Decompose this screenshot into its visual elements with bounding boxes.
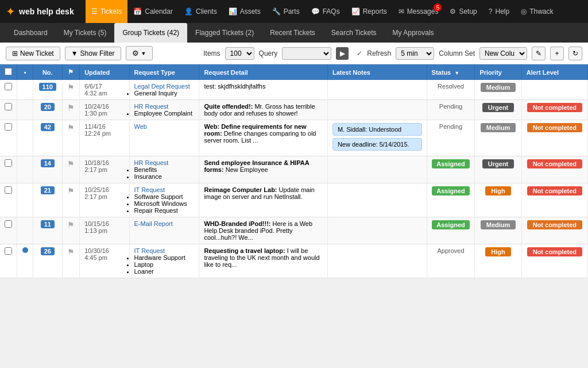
- nav-item-setup[interactable]: ⚙ Setup: [444, 0, 482, 23]
- tickets-table-container: • No. ⚑ Updated Request Type Request Det…: [0, 64, 588, 278]
- nav-item-faqs[interactable]: 💬 FAQs: [305, 0, 346, 23]
- ticket-number-badge[interactable]: 20: [41, 103, 55, 111]
- nav-item-calendar[interactable]: 📅 Calendar: [127, 0, 179, 23]
- priority-badge: Urgent: [482, 159, 514, 168]
- ticket-number-badge[interactable]: 14: [41, 159, 55, 167]
- row-checkbox[interactable]: [5, 83, 12, 90]
- nav-item-clients[interactable]: 👤 Clients: [179, 0, 223, 23]
- items-per-page-select[interactable]: 100 50 25: [225, 47, 254, 60]
- new-ticket-button[interactable]: ⊞ New Ticket: [6, 47, 60, 60]
- row-checkbox[interactable]: [5, 103, 12, 110]
- nav-item-reports[interactable]: 📈 Reports: [346, 0, 393, 23]
- status-badge: Assigned: [432, 220, 470, 229]
- alert-level-cell: Not completed: [521, 120, 587, 156]
- parts-icon: 🔧: [272, 7, 281, 16]
- flag-icon[interactable]: ⚑: [67, 103, 75, 112]
- updated-cell: 10/30/164:45 pm: [80, 244, 129, 278]
- tab-recent-tickets[interactable]: Recent Tickets: [262, 23, 323, 43]
- row-checkbox[interactable]: [5, 186, 12, 194]
- query-select[interactable]: [282, 47, 331, 60]
- nav-item-messages[interactable]: ✉ Messages 5: [393, 0, 444, 23]
- updated-cell: 10/18/162:17 pm: [80, 156, 129, 183]
- row-checkbox[interactable]: [5, 159, 12, 167]
- row-checkbox[interactable]: [5, 123, 12, 131]
- row-checkbox[interactable]: [5, 247, 12, 255]
- status-cell: Assigned: [427, 156, 475, 183]
- ticket-number-badge[interactable]: 110: [39, 83, 56, 91]
- request-type-label[interactable]: IT Request: [134, 186, 165, 193]
- row-checkbox-cell: [0, 244, 17, 278]
- col-header-latest-notes: Latest Notes: [327, 64, 427, 80]
- settings-button[interactable]: ⚙ ▼: [126, 46, 153, 60]
- tab-flagged-tickets[interactable]: Flagged Tickets (2): [187, 23, 262, 43]
- table-row: 14⚑10/18/162:17 pmHR RequestBenefitsInsu…: [0, 156, 588, 183]
- tab-group-tickets[interactable]: Group Tickets (42): [114, 23, 187, 43]
- nav-label-help: Help: [495, 7, 509, 16]
- messages-icon: ✉: [399, 7, 404, 16]
- logo-text: web help desk: [19, 7, 74, 16]
- row-checkbox[interactable]: [5, 220, 12, 228]
- grid-icon: ⊞: [12, 49, 18, 57]
- request-type-label[interactable]: HR Request: [134, 103, 169, 110]
- nav-label-faqs: FAQs: [323, 7, 340, 16]
- request-type-label[interactable]: Web: [134, 123, 147, 130]
- table-row: 110⚑6/6/174:32 amLegal Dept RequestGener…: [0, 80, 588, 100]
- flag-icon[interactable]: ⚑: [67, 83, 75, 92]
- flag-icon[interactable]: ⚑: [67, 186, 75, 195]
- items-label: Items: [203, 49, 220, 57]
- status-badge: Assigned: [432, 159, 470, 168]
- add-column-button[interactable]: +: [550, 47, 564, 60]
- priority-cell: Medium: [475, 80, 521, 100]
- flag-icon[interactable]: ⚑: [67, 159, 75, 168]
- priority-badge: High: [485, 186, 510, 195]
- ticket-number-badge[interactable]: 21: [41, 186, 55, 194]
- nav-item-thwack[interactable]: ◎ Thwack: [515, 0, 559, 23]
- messages-badge: 5: [434, 3, 442, 12]
- status-badge: Resolved: [438, 83, 464, 90]
- nav-label-reports: Reports: [363, 7, 387, 16]
- status-cell: Resolved: [427, 80, 475, 100]
- flag-cell: ⚑: [62, 183, 79, 217]
- request-type-label[interactable]: E-Mail Report: [134, 220, 173, 227]
- flag-icon[interactable]: ⚑: [67, 123, 75, 132]
- request-type-label[interactable]: HR Request: [134, 159, 169, 166]
- request-type-label[interactable]: Legal Dept Request: [134, 83, 190, 90]
- nav-item-tickets[interactable]: ☰ Tickets: [86, 0, 128, 23]
- tab-search-tickets[interactable]: Search Tickets: [323, 23, 385, 43]
- request-type-label[interactable]: IT Request: [134, 247, 165, 254]
- alert-level-badge: Not completed: [527, 103, 582, 112]
- priority-cell: Urgent: [475, 156, 521, 183]
- column-set-select[interactable]: New Colu: [479, 47, 527, 60]
- nav-label-clients: Clients: [196, 7, 217, 16]
- priority-cell: Medium: [475, 217, 521, 244]
- ticket-number-badge[interactable]: 26: [41, 247, 55, 255]
- col-header-status[interactable]: Status ▼: [427, 64, 475, 80]
- logo: ✦ web help desk: [6, 5, 74, 18]
- nav-item-assets[interactable]: 📊 Assets: [223, 0, 266, 23]
- alert-level-cell: Not completed: [521, 244, 587, 278]
- next-page-button[interactable]: ▶: [336, 47, 349, 60]
- row-dot-cell: [17, 156, 33, 183]
- ticket-number-cell: 14: [33, 156, 62, 183]
- request-type-cell: IT RequestHardware SupportLaptopLoaner: [129, 244, 199, 278]
- flag-icon[interactable]: ⚑: [67, 220, 75, 229]
- updated-cell: 10/15/161:13 pm: [80, 217, 129, 244]
- edit-column-button[interactable]: ✎: [532, 47, 546, 60]
- request-detail-cell: Requesting a travel laptop: I will be tr…: [199, 244, 328, 278]
- table-row: 11⚑10/15/161:13 pmE-Mail ReportWHD-Brand…: [0, 217, 588, 244]
- tab-my-approvals[interactable]: My Approvals: [385, 23, 442, 43]
- latest-notes-cell: [327, 217, 427, 244]
- show-filter-button[interactable]: ▼ Show Filter: [65, 47, 121, 60]
- select-all-checkbox[interactable]: [5, 68, 12, 75]
- nav-item-help[interactable]: ? Help: [483, 0, 515, 23]
- ticket-number-badge[interactable]: 11: [41, 220, 55, 228]
- flag-icon[interactable]: ⚑: [67, 247, 75, 256]
- refresh-button[interactable]: ↻: [568, 47, 582, 60]
- tab-dashboard[interactable]: Dashboard: [6, 23, 56, 43]
- priority-badge: High: [485, 247, 510, 256]
- refresh-interval-select[interactable]: 5 min 1 min 10 min: [396, 47, 434, 60]
- nav-item-parts[interactable]: 🔧 Parts: [266, 0, 305, 23]
- ticket-number-badge[interactable]: 42: [41, 123, 55, 131]
- tab-my-tickets[interactable]: My Tickets (5): [56, 23, 115, 43]
- setup-icon: ⚙: [450, 7, 456, 16]
